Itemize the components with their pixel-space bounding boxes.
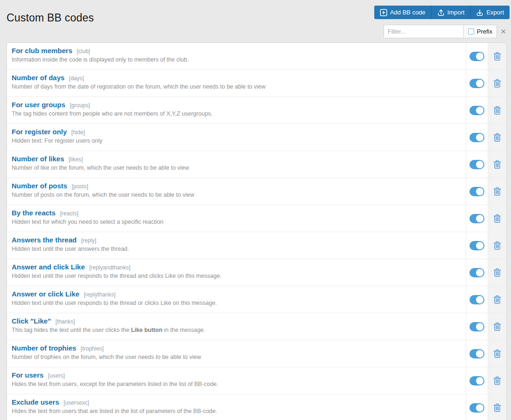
delete-button[interactable]	[488, 340, 506, 367]
enable-toggle[interactable]	[469, 376, 484, 386]
bb-code-title-line: Click "Like" [thanks]	[12, 317, 461, 325]
enable-toggle[interactable]	[469, 322, 484, 331]
bb-code-tag: [users]	[48, 372, 65, 379]
bb-code-title-link[interactable]: Click "Like"	[12, 317, 51, 325]
bb-code-description: Number of like on the forum, which the u…	[12, 165, 461, 171]
bb-code-title-link[interactable]: Number of days	[12, 74, 64, 82]
trash-icon	[493, 295, 502, 304]
bb-code-title-link[interactable]: Number of trophies	[12, 344, 76, 352]
enable-toggle[interactable]	[469, 106, 484, 115]
import-button[interactable]: Import	[431, 6, 470, 19]
bb-code-description: Hidden text for which you need to select…	[12, 219, 461, 225]
bb-code-description: Number of days from the date of registra…	[12, 83, 461, 90]
toggle-cell	[466, 124, 488, 151]
bb-code-description: Hidden text: For register users only	[12, 138, 461, 144]
trash-icon	[493, 213, 502, 223]
bb-code-row: For register only [hide] Hidden text: Fo…	[7, 124, 506, 151]
bb-code-tag: [days]	[69, 75, 84, 82]
bb-code-title-link[interactable]: For users	[12, 371, 43, 379]
bb-code-row-main: Answer or click Like [replythanks] Hidde…	[7, 286, 466, 313]
prefix-label: Prefix	[477, 28, 492, 35]
delete-button[interactable]	[488, 43, 506, 69]
bb-code-title-link[interactable]: Answer and click Like	[12, 263, 85, 271]
page-title: Custom BB codes	[7, 12, 94, 24]
bb-code-title-link[interactable]: For club members	[12, 47, 72, 55]
delete-button[interactable]	[488, 124, 506, 151]
bb-code-row: Answer and click Like [replyandthanks] H…	[7, 259, 506, 286]
enable-toggle[interactable]	[469, 79, 484, 88]
trash-icon	[493, 268, 502, 277]
bb-code-row-main: Number of days [days] Number of days fro…	[7, 70, 466, 96]
enable-toggle[interactable]	[469, 133, 484, 142]
delete-button[interactable]	[488, 313, 506, 340]
enable-toggle[interactable]	[469, 214, 484, 223]
bb-code-title-link[interactable]: Answer or click Like	[12, 290, 79, 298]
bb-code-title-line: Number of likes [likes]	[12, 155, 461, 163]
bb-code-tag: [likes]	[69, 156, 83, 163]
bb-code-row-main: Number of likes [likes] Number of like o…	[7, 151, 466, 178]
toggle-cell	[466, 367, 488, 394]
bb-code-row: Exclude users [usersexc] Hides the text …	[7, 394, 506, 420]
bb-code-row-main: Answer and click Like [replyandthanks] H…	[7, 259, 466, 286]
trash-icon	[493, 322, 502, 331]
delete-button[interactable]	[488, 178, 506, 205]
bb-code-row: Click "Like" [thanks] This tag hides the…	[7, 313, 506, 340]
bb-code-tag: [thanks]	[56, 318, 75, 325]
bb-code-row: For users [users] Hides the text from us…	[7, 367, 506, 394]
delete-button[interactable]	[488, 394, 506, 420]
delete-button[interactable]	[488, 205, 506, 232]
bb-code-title-line: Answer and click Like [replyandthanks]	[12, 263, 461, 271]
delete-button[interactable]	[488, 232, 506, 259]
bb-code-description: Hides the text from users that are liste…	[12, 408, 461, 414]
bb-code-row-main: For club members [club] Information insi…	[7, 43, 466, 69]
delete-button[interactable]	[488, 151, 506, 178]
enable-toggle[interactable]	[469, 403, 484, 413]
delete-button[interactable]	[488, 97, 506, 124]
bb-code-row-main: For user groups [groups] The tag hides c…	[7, 97, 466, 124]
bb-code-tag: [replythanks]	[84, 291, 116, 298]
bb-code-title-link[interactable]: For user groups	[12, 101, 65, 109]
bb-code-description: Information inside the code is displayed…	[12, 56, 461, 63]
bb-code-row: For user groups [groups] The tag hides c…	[7, 97, 506, 124]
prefix-checkbox[interactable]	[468, 28, 474, 34]
bb-code-description: Hidden text until the user answers the t…	[12, 246, 461, 252]
enable-toggle[interactable]	[469, 349, 484, 358]
trash-icon	[493, 349, 502, 358]
enable-toggle[interactable]	[469, 52, 484, 61]
filter-input[interactable]	[384, 25, 464, 38]
delete-button[interactable]	[488, 367, 506, 394]
enable-toggle[interactable]	[469, 295, 484, 304]
export-button[interactable]: Export	[470, 6, 510, 19]
bb-code-title-link[interactable]: By the reacts	[12, 209, 56, 217]
bb-code-description: Number of trophies on the forum, which t…	[12, 354, 461, 360]
prefix-checkbox-group[interactable]: Prefix	[464, 25, 497, 38]
add-bb-code-button[interactable]: Add BB code	[374, 6, 431, 19]
bb-code-row: Number of trophies [trophies] Number of …	[7, 340, 506, 367]
delete-button[interactable]	[488, 286, 506, 313]
enable-toggle[interactable]	[469, 268, 484, 277]
bb-code-title-link[interactable]: Answers the thread	[12, 236, 77, 244]
bb-code-tag: [reply]	[81, 237, 97, 244]
download-icon	[476, 9, 483, 16]
clear-filter-button[interactable]: ✕	[497, 25, 510, 38]
toggle-cell	[466, 97, 488, 124]
bb-code-tag: [usersexc]	[63, 399, 89, 406]
bb-code-title-line: For register only [hide]	[12, 128, 461, 136]
bb-code-row-main: Click "Like" [thanks] This tag hides the…	[7, 313, 466, 340]
bb-code-title-link[interactable]: Number of posts	[12, 182, 67, 190]
bb-code-title-line: By the reacts [reacts]	[12, 209, 461, 217]
upload-icon	[437, 9, 445, 16]
bb-code-title-link[interactable]: Exclude users	[12, 398, 59, 406]
enable-toggle[interactable]	[469, 160, 484, 169]
bb-code-title-link[interactable]: Number of likes	[12, 155, 64, 163]
bb-code-row-main: Number of trophies [trophies] Number of …	[7, 340, 466, 367]
bb-code-title-line: Exclude users [usersexc]	[12, 398, 461, 406]
enable-toggle[interactable]	[469, 241, 484, 250]
bb-code-title-link[interactable]: For register only	[12, 128, 67, 136]
bb-code-title-line: For users [users]	[12, 371, 461, 379]
trash-icon	[493, 403, 502, 413]
bb-code-row-main: Answers the thread [reply] Hidden text u…	[7, 232, 466, 259]
delete-button[interactable]	[488, 259, 506, 286]
enable-toggle[interactable]	[469, 187, 484, 196]
delete-button[interactable]	[488, 70, 506, 96]
